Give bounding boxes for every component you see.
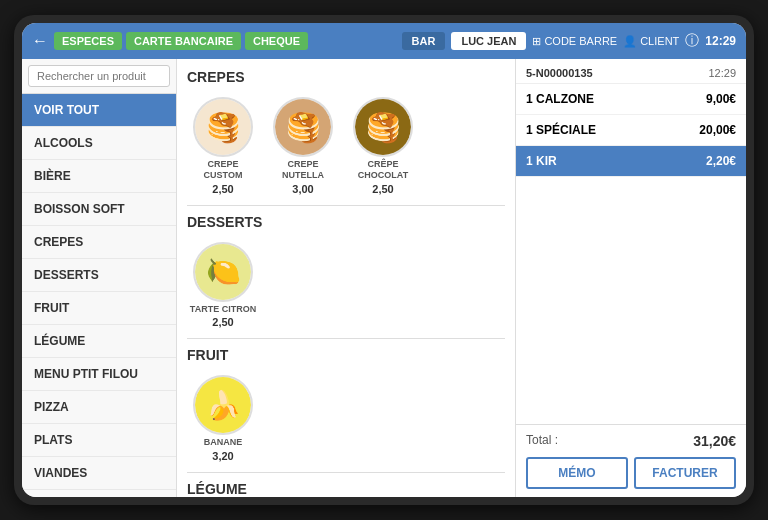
- divider-fruit: [187, 338, 505, 339]
- order-items-list: 1 CALZONE 9,00€ 1 SPÉCIALE 20,00€: [516, 84, 746, 424]
- crepe-custom-icon: 🥞: [195, 97, 251, 157]
- topbar: ← ESPECES CARTE BANCAIRE CHEQUE BAR LUC …: [22, 23, 746, 59]
- order-item-kir-name: 1 KIR: [526, 154, 706, 168]
- crepe-chocolat-price: 2,50: [372, 183, 393, 195]
- clock: 12:29: [705, 34, 736, 48]
- banane-label: BANANE: [204, 437, 243, 448]
- crepe-nutella-icon: 🥞: [275, 97, 331, 157]
- screen: ← ESPECES CARTE BANCAIRE CHEQUE BAR LUC …: [22, 23, 746, 497]
- category-title-crepes: CREPES: [187, 69, 505, 89]
- search-input[interactable]: [28, 65, 170, 87]
- sidebar-item-boisson-soft[interactable]: BOISSON SOFT: [22, 193, 176, 226]
- sidebar-item-alcools[interactable]: ALCOOLS: [22, 127, 176, 160]
- tarte-citron-price: 2,50: [212, 316, 233, 328]
- order-time: 12:29: [708, 67, 736, 79]
- order-item-speciale[interactable]: 1 SPÉCIALE 20,00€: [516, 115, 746, 146]
- order-item-kir[interactable]: 1 KIR 2,20€: [516, 146, 746, 177]
- crepe-nutella-label: CREPE NUTELLA: [267, 159, 339, 181]
- info-button[interactable]: ⓘ: [685, 32, 699, 50]
- tarte-citron-label: TARTE CITRON: [190, 304, 256, 315]
- memo-button[interactable]: MÉMO: [526, 457, 628, 489]
- sidebar-item-pizza[interactable]: PIZZA: [22, 391, 176, 424]
- order-total: Total : 31,20€: [526, 433, 736, 449]
- sidebar-item-legume[interactable]: LÉGUME: [22, 325, 176, 358]
- order-item-speciale-price: 20,00€: [699, 123, 736, 137]
- cheque-button[interactable]: CHEQUE: [245, 32, 308, 50]
- order-item-calzone-name: 1 CALZONE: [526, 92, 706, 106]
- total-amount: 31,20€: [693, 433, 736, 449]
- sidebar-item-desserts[interactable]: DESSERTS: [22, 259, 176, 292]
- nav-items: VOIR TOUT ALCOOLS BIÈRE BOISSON SOFT CRE…: [22, 94, 176, 497]
- order-item-kir-price: 2,20€: [706, 154, 736, 168]
- barcode-icon: ⊞: [532, 35, 541, 48]
- order-item-calzone[interactable]: 1 CALZONE 9,00€: [516, 84, 746, 115]
- sidebar-item-crepes[interactable]: CREPES: [22, 226, 176, 259]
- order-footer: Total : 31,20€ MÉMO FACTURER: [516, 424, 746, 497]
- crepe-chocolat-icon: 🥞: [355, 97, 411, 157]
- order-panel: 5-N00000135 12:29 1 CALZONE 9,00€ 1: [516, 59, 746, 497]
- search-box: [22, 59, 176, 94]
- crepe-custom-label: CREPE CUSTOM: [187, 159, 259, 181]
- crepe-custom-price: 2,50: [212, 183, 233, 195]
- fruit-products-row: 🍌 BANANE 3,20: [187, 375, 505, 462]
- desserts-products-row: 🍋 TARTE CITRON 2,50: [187, 242, 505, 329]
- product-crepe-custom-image: 🥞: [193, 97, 253, 157]
- payment-buttons: ESPECES CARTE BANCAIRE CHEQUE: [54, 32, 308, 50]
- order-item-speciale-name: 1 SPÉCIALE: [526, 123, 699, 137]
- product-crepe-chocolat-image: 🥞: [353, 97, 413, 157]
- product-tarte-citron[interactable]: 🍋 TARTE CITRON 2,50: [187, 242, 259, 329]
- facturer-button[interactable]: FACTURER: [634, 457, 736, 489]
- carte-bancaire-button[interactable]: CARTE BANCAIRE: [126, 32, 241, 50]
- sidebar-item-menu-ptit-filou[interactable]: MENU PTIT FILOU: [22, 358, 176, 391]
- bar-button[interactable]: BAR: [402, 32, 446, 50]
- sidebar-item-voir-tout[interactable]: VOIR TOUT: [22, 94, 176, 127]
- back-button[interactable]: ←: [32, 32, 48, 50]
- order-item-calzone-price: 9,00€: [706, 92, 736, 106]
- category-title-legume: LÉGUME: [187, 481, 505, 497]
- main-content: VOIR TOUT ALCOOLS BIÈRE BOISSON SOFT CRE…: [22, 59, 746, 497]
- banane-icon: 🍌: [195, 375, 251, 435]
- client-button[interactable]: 👤 CLIENT: [623, 35, 679, 48]
- tarte-citron-icon: 🍋: [195, 242, 251, 302]
- user-button[interactable]: LUC JEAN: [451, 32, 526, 50]
- divider-legume: [187, 472, 505, 473]
- crepes-products-row: 🥞 CREPE CUSTOM 2,50 🥞 CREPE NUTELLA 3,00: [187, 97, 505, 195]
- divider-desserts: [187, 205, 505, 206]
- sidebar-item-plats[interactable]: PLATS: [22, 424, 176, 457]
- sidebar: VOIR TOUT ALCOOLS BIÈRE BOISSON SOFT CRE…: [22, 59, 177, 497]
- order-id: 5-N00000135: [526, 67, 593, 79]
- barcode-label: CODE BARRE: [544, 35, 617, 47]
- products-area: CREPES 🥞 CREPE CUSTOM 2,50 🥞 CREPE NUTEL: [177, 59, 516, 497]
- client-label: CLIENT: [640, 35, 679, 47]
- barcode-button[interactable]: ⊞ CODE BARRE: [532, 35, 617, 48]
- product-banane[interactable]: 🍌 BANANE 3,20: [187, 375, 259, 462]
- especes-button[interactable]: ESPECES: [54, 32, 122, 50]
- crepe-chocolat-label: CRÊPE CHOCOLAT: [347, 159, 419, 181]
- product-crepe-custom[interactable]: 🥞 CREPE CUSTOM 2,50: [187, 97, 259, 195]
- product-crepe-chocolat[interactable]: 🥞 CRÊPE CHOCOLAT 2,50: [347, 97, 419, 195]
- product-crepe-nutella-image: 🥞: [273, 97, 333, 157]
- category-title-fruit: FRUIT: [187, 347, 505, 367]
- banane-price: 3,20: [212, 450, 233, 462]
- category-title-desserts: DESSERTS: [187, 214, 505, 234]
- sidebar-item-viandes[interactable]: VIANDES: [22, 457, 176, 490]
- person-icon: 👤: [623, 35, 637, 48]
- sidebar-item-fruit[interactable]: FRUIT: [22, 292, 176, 325]
- crepe-nutella-price: 3,00: [292, 183, 313, 195]
- topbar-right: BAR LUC JEAN ⊞ CODE BARRE 👤 CLIENT ⓘ 12:…: [402, 32, 736, 50]
- sidebar-item-biere[interactable]: BIÈRE: [22, 160, 176, 193]
- device-frame: ← ESPECES CARTE BANCAIRE CHEQUE BAR LUC …: [14, 15, 754, 505]
- product-banane-image: 🍌: [193, 375, 253, 435]
- topbar-left: ← ESPECES CARTE BANCAIRE CHEQUE: [32, 32, 308, 50]
- order-actions: MÉMO FACTURER: [526, 457, 736, 489]
- order-header: 5-N00000135 12:29: [516, 59, 746, 84]
- product-crepe-nutella[interactable]: 🥞 CREPE NUTELLA 3,00: [267, 97, 339, 195]
- total-label: Total :: [526, 433, 558, 449]
- product-tarte-citron-image: 🍋: [193, 242, 253, 302]
